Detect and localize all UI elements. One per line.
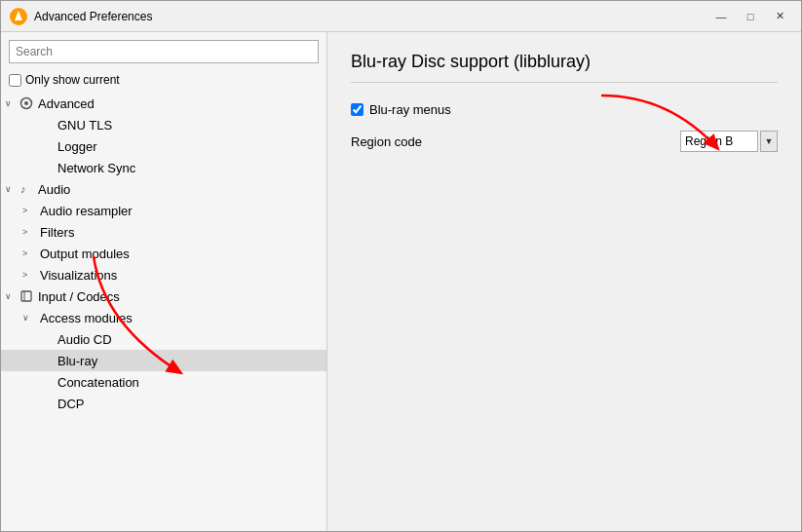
titlebar: Advanced Preferences — □ ✕: [1, 1, 801, 32]
only-show-current-checkbox[interactable]: [9, 74, 21, 87]
tree-item-label: Logger: [57, 139, 96, 154]
close-button[interactable]: ✕: [766, 7, 793, 26]
chevron-icon: >: [22, 206, 36, 215]
main-window: Advanced Preferences — □ ✕ Only show cur…: [0, 0, 802, 532]
chevron-icon: >: [22, 227, 36, 237]
chevron-icon: >: [22, 248, 36, 258]
tree-item-label: GNU TLS: [57, 118, 112, 133]
tree-item-label: Audio: [38, 182, 70, 197]
tree-item-label: Filters: [40, 225, 74, 240]
search-input[interactable]: [9, 40, 319, 63]
svg-text:♪: ♪: [20, 183, 26, 195]
panel-title: Blu-ray Disc support (libbluray): [351, 52, 778, 83]
maximize-button[interactable]: □: [737, 7, 764, 26]
chevron-icon: ∨: [5, 98, 19, 108]
window-title: Advanced Preferences: [34, 10, 707, 23]
app-icon: [9, 7, 28, 26]
minimize-button[interactable]: —: [707, 7, 735, 26]
tree-item-label: Network Sync: [57, 161, 135, 175]
bluray-menus-label: Blu-ray menus: [369, 102, 451, 117]
chevron-icon: ∨: [5, 184, 19, 194]
svg-rect-5: [21, 291, 31, 301]
right-panel: Blu-ray Disc support (libbluray) Blu-ray…: [327, 32, 801, 531]
chevron-icon: ∨: [5, 291, 19, 301]
dropdown-arrow-icon[interactable]: ▼: [760, 131, 778, 152]
tree-item-label: Audio resampler: [40, 204, 133, 218]
tree-item-icon: ♪: [19, 181, 34, 197]
tree-item-icon: [19, 288, 34, 304]
content-area: Only show current ∨AdvancedGNU TLSLogger…: [1, 32, 801, 531]
chevron-icon: ∨: [22, 313, 36, 323]
only-show-current-label: Only show current: [25, 73, 120, 87]
annotation-arrow-1: [592, 86, 747, 173]
tree-item-label: Advanced: [38, 96, 95, 111]
only-show-current-row: Only show current: [1, 71, 326, 93]
annotation-arrow-2: [45, 247, 240, 402]
svg-point-3: [24, 101, 28, 105]
tree-item-network-sync[interactable]: Network Sync: [1, 157, 326, 178]
window-controls: — □ ✕: [707, 7, 793, 26]
tree-item-advanced[interactable]: ∨Advanced: [1, 93, 326, 114]
chevron-icon: >: [22, 270, 36, 280]
region-code-label: Region code: [351, 134, 422, 149]
tree-item-audio-resampler[interactable]: >Audio resampler: [1, 200, 326, 221]
bluray-menus-checkbox[interactable]: [351, 103, 363, 116]
tree-item-icon: [19, 95, 34, 111]
tree-item-filters[interactable]: >Filters: [1, 221, 326, 243]
tree-item-audio[interactable]: ∨♪Audio: [1, 178, 326, 200]
tree-item-gnu-tls[interactable]: GNU TLS: [1, 114, 326, 135]
tree-item-logger[interactable]: Logger: [1, 135, 326, 157]
